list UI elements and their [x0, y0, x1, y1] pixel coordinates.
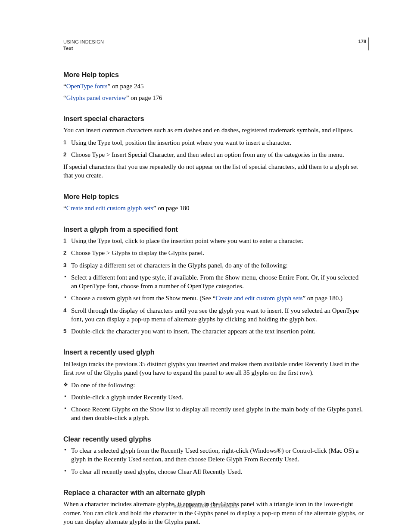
heading-insert-glyph-font: Insert a glyph from a specified font — [63, 225, 366, 234]
heading-clear-recent-glyphs: Clear recently used glyphs — [63, 435, 366, 444]
footer-last-updated: Last updated 11/16/2011 — [0, 502, 411, 509]
step-glyph-font-3: To display a different set of characters… — [63, 261, 366, 303]
running-header-section: Text — [63, 45, 366, 52]
running-header-title: USING INDESIGN — [63, 39, 366, 45]
bullet-clear-recent-1: To clear a selected glyph from the Recen… — [63, 446, 366, 464]
do-one-of-following: Do one of the following: — [63, 381, 366, 389]
steps-insert-glyph-font: Using the Type tool, click to place the … — [63, 236, 366, 336]
steps-insert-special: Using the Type tool, position the insert… — [63, 138, 366, 159]
para-insert-special-outro: If special characters that you use repea… — [63, 162, 366, 180]
xref-opentype-fonts: “OpenType fonts” on page 245 — [63, 82, 366, 90]
heading-insert-recent-glyph: Insert a recently used glyph — [63, 348, 366, 357]
link-create-edit-glyph-sets-inline[interactable]: Create and edit custom glyph sets — [215, 295, 302, 302]
sub-bullet-glyph-font-1: Select a different font and type style, … — [63, 273, 366, 291]
para-insert-special-intro: You can insert common characters such as… — [63, 126, 366, 134]
xref-glyphs-panel-overview: “Glyphs panel overview” on page 176 — [63, 93, 366, 102]
para-insert-recent-intro: InDesign tracks the previous 35 distinct… — [63, 360, 366, 377]
bullets-clear-recent: To clear a selected glyph from the Recen… — [63, 446, 366, 476]
heading-replace-alternate-glyph: Replace a character with an alternate gl… — [63, 488, 366, 498]
step-glyph-font-1: Using the Type tool, click to place the … — [63, 236, 366, 245]
step-insert-special-2: Choose Type > Insert Special Character, … — [63, 150, 366, 159]
bullet-clear-recent-2: To clear all recently used glyphs, choos… — [63, 467, 366, 476]
link-opentype-fonts[interactable]: OpenType fonts — [66, 83, 108, 90]
step-glyph-font-4: Scroll through the display of characters… — [63, 306, 366, 324]
step-glyph-font-5: Double-click the character you want to i… — [63, 327, 366, 336]
header-rule — [368, 37, 369, 50]
heading-insert-special-characters: Insert special characters — [63, 114, 366, 124]
link-create-edit-glyph-sets[interactable]: Create and edit custom glyph sets — [66, 205, 153, 212]
bullet-insert-recent-2: Choose Recent Glyphs on the Show list to… — [63, 405, 366, 423]
page-content: More Help topics “OpenType fonts” on pag… — [63, 70, 366, 526]
sub-bullet-glyph-font-2: Choose a custom glyph set from the Show … — [63, 294, 366, 302]
heading-more-help-1: More Help topics — [63, 70, 366, 80]
page: 178 USING INDESIGN Text More Help topics… — [0, 0, 411, 532]
step-glyph-font-3-text: To display a different set of characters… — [71, 262, 288, 269]
running-header: USING INDESIGN Text — [63, 39, 366, 52]
page-number: 178 — [358, 39, 366, 44]
link-glyphs-panel-overview[interactable]: Glyphs panel overview — [66, 94, 126, 101]
step-glyph-font-2: Choose Type > Glyphs to display the Glyp… — [63, 249, 366, 257]
xref-create-edit-glyph-sets: “Create and edit custom glyph sets” on p… — [63, 204, 366, 212]
bullets-insert-recent: Double-click a glyph under Recently Used… — [63, 393, 366, 423]
heading-more-help-2: More Help topics — [63, 192, 366, 202]
bullet-insert-recent-1: Double-click a glyph under Recently Used… — [63, 393, 366, 401]
step-insert-special-1: Using the Type tool, position the insert… — [63, 138, 366, 147]
sub-bullets-glyph-font: Select a different font and type style, … — [63, 273, 366, 303]
